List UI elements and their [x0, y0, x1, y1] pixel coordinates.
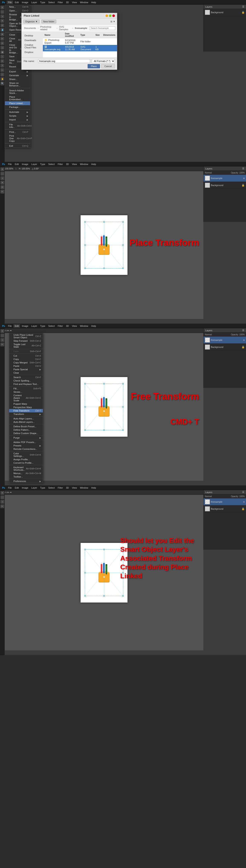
- tool4-move[interactable]: ✛: [0, 491, 4, 495]
- col-size[interactable]: Size: [94, 32, 102, 38]
- menu4-edit[interactable]: Edit: [13, 486, 20, 490]
- menu-item-place-linked[interactable]: Place Linked...: [5, 101, 30, 105]
- menu4-view[interactable]: View: [71, 486, 78, 490]
- tool4-marquee[interactable]: ⬚: [0, 495, 4, 499]
- tool2-brush[interactable]: ✏: [0, 190, 4, 193]
- tool-eyedropper[interactable]: 💧: [0, 28, 4, 32]
- menu-filter[interactable]: Filter: [56, 1, 64, 4]
- col-dim[interactable]: Dimensions: [102, 32, 117, 38]
- edit-color-settings[interactable]: Color Settings...Shift+Ctrl+K: [9, 452, 43, 458]
- tool-zoom[interactable]: 🔍: [0, 82, 4, 85]
- tool-brush[interactable]: ✏: [0, 37, 4, 41]
- tool-marquee[interactable]: ⬚: [0, 10, 4, 14]
- menu2-select[interactable]: Select: [47, 162, 56, 166]
- tool2-marquee[interactable]: ⬚: [0, 172, 4, 176]
- layer-row-freesample-3[interactable]: freesample ⊞: [203, 337, 246, 344]
- edit-preferences[interactable]: Preferences▶: [9, 479, 43, 483]
- edit-assign-profile[interactable]: Assign Profile...: [9, 458, 43, 461]
- edit-auto-blend[interactable]: Auto-Blend Layers...: [9, 420, 43, 424]
- layers-panel-menu-icon-2[interactable]: ☰: [242, 167, 244, 170]
- edit-step-forward[interactable]: Step ForwardShift+Ctrl+Z: [9, 339, 43, 343]
- edit-paste[interactable]: PasteCtrl+V: [9, 364, 43, 368]
- tool3-move[interactable]: ✛: [0, 329, 4, 333]
- menu-item-stock[interactable]: Search Adobe Stock...: [5, 89, 30, 95]
- edit-remote-connections[interactable]: Remote Connections...: [9, 447, 43, 451]
- edit-define-brush[interactable]: Define Brush Preset...: [9, 425, 43, 428]
- tool4-brush[interactable]: ✏: [0, 504, 4, 508]
- menu2-filter[interactable]: Filter: [56, 162, 64, 166]
- format-select[interactable]: All Formats (*.*): [92, 59, 115, 63]
- menu2-edit[interactable]: Edit: [13, 162, 20, 166]
- edit-clear[interactable]: Clear: [9, 371, 43, 374]
- menu4-3d[interactable]: 3D: [64, 486, 70, 490]
- menu-edit[interactable]: Edit: [13, 1, 20, 4]
- tool-pen[interactable]: ✒: [0, 59, 4, 63]
- layer-row-bg-4[interactable]: Background 🔒: [203, 505, 246, 513]
- edit-paste-special[interactable]: Paste Special▶: [9, 368, 43, 371]
- menu-type[interactable]: Type: [39, 1, 47, 4]
- menu-item-exit[interactable]: ExitCtrl+Q: [5, 144, 30, 148]
- layers-panel-menu-icon[interactable]: ☰: [242, 5, 244, 8]
- menu2-window[interactable]: Window: [79, 162, 89, 166]
- edit-content-aware-scale[interactable]: Content Aware ScaleAlt+Shift+Ctrl+C: [9, 394, 43, 402]
- menu3-filter[interactable]: Filter: [56, 324, 64, 328]
- edit-transform[interactable]: Transform▶: [9, 412, 43, 416]
- edit-presets[interactable]: Presets▶: [9, 444, 43, 447]
- menu-select[interactable]: Select: [47, 1, 56, 4]
- menu3-edit[interactable]: Edit: [13, 324, 20, 328]
- layer-row-bg-2[interactable]: Background 🔒: [203, 182, 246, 189]
- menu4-help[interactable]: Help: [90, 486, 98, 490]
- menu2-type[interactable]: Type: [39, 162, 47, 166]
- edit-stroke[interactable]: Stroke...: [9, 390, 43, 394]
- menu-item-print-one[interactable]: Print One CopyAlt+Shift+Ctrl+P: [5, 134, 30, 143]
- edit-pdf-presets[interactable]: Adobe PDF Presets...: [9, 440, 43, 444]
- breadcrumb-photoshop[interactable]: Photoshop related: [39, 25, 56, 31]
- layer-row-bg-3[interactable]: Background 🔒: [203, 344, 246, 351]
- menu-item-export[interactable]: Export▶: [5, 70, 30, 73]
- transform-box-3[interactable]: ★: [85, 383, 123, 430]
- edit-toolbar[interactable]: Toolbar...: [9, 475, 43, 478]
- tool2-lasso[interactable]: ⌾: [0, 176, 4, 180]
- menu-item-new[interactable]: New...Ctrl+N: [5, 5, 30, 9]
- menu-item-share[interactable]: Share...: [5, 77, 30, 81]
- edit-cut[interactable]: CutCtrl+X: [9, 354, 43, 358]
- menu2-3d[interactable]: 3D: [64, 162, 70, 166]
- layers-panel-menu-icon-3[interactable]: ☰: [242, 329, 244, 332]
- menu2-layer[interactable]: Layer: [30, 162, 38, 166]
- maximize-icon[interactable]: [109, 14, 111, 17]
- menu4-type[interactable]: Type: [39, 486, 47, 490]
- menu-item-share-behance[interactable]: Share on Behance...: [5, 81, 30, 88]
- edit-auto-align[interactable]: Auto-Align Layers...: [9, 417, 43, 420]
- menu4-window[interactable]: Window: [79, 486, 89, 490]
- tool3-lasso[interactable]: ⌾: [0, 338, 4, 342]
- menu2-image[interactable]: Image: [21, 162, 30, 166]
- minimize-icon[interactable]: [106, 14, 108, 17]
- tool-crop[interactable]: ⊡: [0, 24, 4, 27]
- menu-3d[interactable]: 3D: [64, 1, 70, 4]
- tool-magic-wand[interactable]: ✦: [0, 19, 4, 23]
- menu-layer[interactable]: Layer: [30, 1, 38, 4]
- menu3-image[interactable]: Image: [21, 324, 30, 328]
- sidebar-dropbox[interactable]: Dropbox: [23, 50, 41, 54]
- menu3-select[interactable]: Select: [47, 324, 56, 328]
- layer-row-freesample-2[interactable]: freesample ⊞: [203, 175, 246, 182]
- menu-item-print[interactable]: Print...Ctrl+P: [5, 130, 30, 134]
- menu-item-import[interactable]: Import▶: [5, 118, 30, 122]
- edit-find-replace[interactable]: Find and Replace Text...: [9, 382, 43, 386]
- edit-menus[interactable]: Menus...Alt+Shift+Ctrl+M: [9, 472, 43, 475]
- tool-gradient[interactable]: ▦: [0, 50, 4, 54]
- tool-move[interactable]: ✛: [0, 5, 4, 9]
- menu3-type[interactable]: Type: [39, 324, 47, 328]
- menu3-view[interactable]: View: [71, 324, 78, 328]
- edit-perspective-warp[interactable]: Perspective Warp: [9, 406, 43, 409]
- new-folder-button[interactable]: New folder: [42, 20, 56, 24]
- layer-row-freesample-4[interactable]: freesample ⊞: [203, 498, 246, 505]
- menu-item-file-info[interactable]: File Info...Alt+Shift+Ctrl+I: [5, 123, 30, 129]
- edit-define-shape[interactable]: Define Custom Shape...: [9, 432, 43, 435]
- transform-bounding-box[interactable]: ★: [85, 222, 123, 269]
- tool-path[interactable]: ▷: [0, 68, 4, 72]
- tool-hand[interactable]: ✋: [0, 77, 4, 81]
- transform-box-4[interactable]: ★: [85, 549, 123, 596]
- menu3-window[interactable]: Window: [79, 324, 89, 328]
- edit-copy[interactable]: CopyCtrl+C: [9, 358, 43, 361]
